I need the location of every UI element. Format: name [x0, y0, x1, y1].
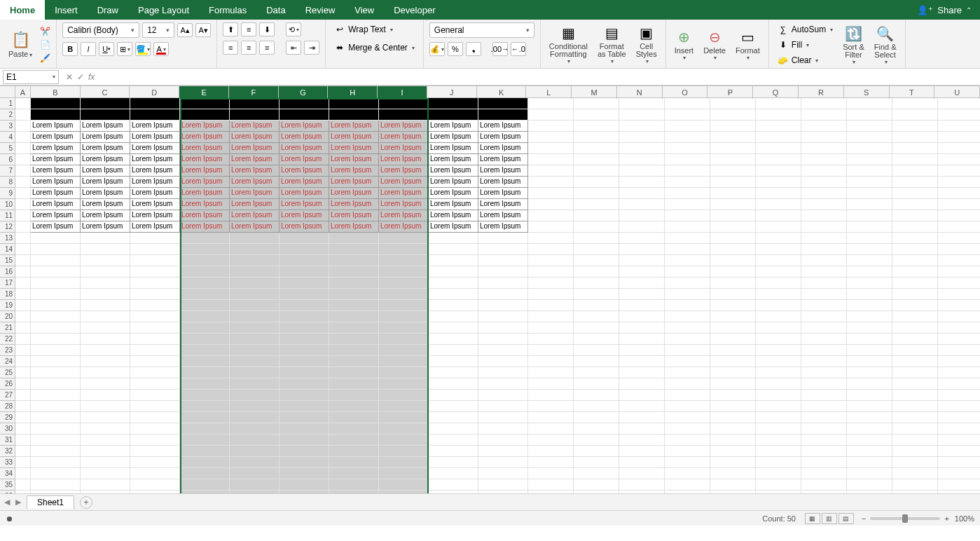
cell-S2[interactable]	[847, 109, 892, 121]
cell-A31[interactable]	[15, 434, 31, 446]
cell-F32[interactable]	[230, 446, 279, 457]
cell-G7[interactable]: Lorem Ipsum	[279, 165, 329, 177]
cell-M5[interactable]	[574, 143, 619, 154]
cell-E11[interactable]: Lorem Ipsum	[180, 210, 230, 221]
font-name-combo[interactable]: Calibri (Body)▾	[62, 22, 139, 38]
cell-L15[interactable]	[528, 255, 574, 266]
cell-I30[interactable]	[379, 423, 429, 434]
cell-D29[interactable]	[130, 412, 180, 423]
cell-J3[interactable]: Lorem Ipsum	[429, 121, 478, 132]
cell-P33[interactable]	[710, 457, 756, 468]
cell-R36[interactable]	[801, 491, 847, 493]
cell-P22[interactable]	[710, 334, 756, 345]
cell-R14[interactable]	[801, 244, 847, 255]
cell-E13[interactable]	[180, 233, 230, 244]
cell-O30[interactable]	[665, 423, 710, 434]
cell-U10[interactable]	[938, 199, 980, 210]
cell-S1[interactable]	[847, 98, 892, 109]
find-select-button[interactable]: 🔍Find & Select	[871, 24, 899, 67]
cell-Q35[interactable]	[756, 479, 801, 491]
cell-D12[interactable]: Lorem Ipsum	[130, 221, 180, 233]
cell-C5[interactable]: Lorem Ipsum	[81, 143, 130, 154]
cell-F19[interactable]	[230, 300, 279, 311]
cell-O21[interactable]	[665, 322, 710, 334]
cell-L34[interactable]	[528, 468, 574, 479]
cell-N15[interactable]	[619, 255, 665, 266]
view-page-layout-button[interactable]: ▥	[822, 513, 837, 524]
col-header-A[interactable]: A	[15, 86, 31, 99]
align-middle-button[interactable]: ≡	[241, 22, 256, 36]
cell-N36[interactable]	[619, 491, 665, 493]
cell-F13[interactable]	[230, 233, 279, 244]
cell-A27[interactable]	[15, 390, 31, 401]
cell-I10[interactable]: Lorem Ipsum	[379, 199, 429, 210]
cell-D1[interactable]	[130, 98, 180, 109]
cell-B25[interactable]	[31, 367, 81, 378]
tab-data[interactable]: Data	[256, 0, 295, 20]
cell-O28[interactable]	[665, 401, 710, 412]
cell-D20[interactable]	[130, 311, 180, 322]
cell-C20[interactable]	[81, 311, 130, 322]
cell-E10[interactable]: Lorem Ipsum	[180, 199, 230, 210]
cell-S32[interactable]	[847, 446, 892, 457]
cell-O5[interactable]	[665, 143, 710, 154]
cell-T29[interactable]	[892, 412, 938, 423]
cell-R7[interactable]	[801, 165, 847, 177]
cell-G14[interactable]	[279, 244, 329, 255]
cell-D19[interactable]	[130, 300, 180, 311]
cell-U21[interactable]	[938, 322, 980, 334]
cell-R19[interactable]	[801, 300, 847, 311]
cell-L22[interactable]	[528, 334, 574, 345]
align-top-button[interactable]: ⬆	[223, 22, 238, 36]
cell-O19[interactable]	[665, 300, 710, 311]
col-header-N[interactable]: N	[617, 86, 663, 99]
cell-S27[interactable]	[847, 390, 892, 401]
cell-D5[interactable]: Lorem Ipsum	[130, 143, 180, 154]
cell-D35[interactable]	[130, 479, 180, 491]
cell-H7[interactable]: Lorem Ipsum	[329, 165, 379, 177]
col-header-K[interactable]: K	[477, 86, 527, 99]
cell-U26[interactable]	[938, 378, 980, 390]
cell-I22[interactable]	[379, 334, 429, 345]
cell-O31[interactable]	[665, 434, 710, 446]
cell-E24[interactable]	[180, 356, 230, 367]
cell-L12[interactable]	[528, 221, 574, 233]
cell-R16[interactable]	[801, 266, 847, 278]
cell-F9[interactable]: Lorem Ipsum	[230, 188, 279, 199]
cell-J14[interactable]	[429, 244, 478, 255]
row-header-29[interactable]: 29	[0, 412, 15, 423]
cell-H19[interactable]	[329, 300, 379, 311]
cell-U12[interactable]	[938, 221, 980, 233]
cell-I21[interactable]	[379, 322, 429, 334]
cell-I6[interactable]: Lorem Ipsum	[379, 154, 429, 165]
cell-G5[interactable]: Lorem Ipsum	[279, 143, 329, 154]
cell-T20[interactable]	[892, 311, 938, 322]
cell-H27[interactable]	[329, 390, 379, 401]
row-header-30[interactable]: 30	[0, 423, 15, 434]
cell-E5[interactable]: Lorem Ipsum	[180, 143, 230, 154]
autosum-button[interactable]: ∑AutoSum	[775, 22, 836, 36]
row-header-10[interactable]: 10	[0, 199, 15, 210]
cell-E9[interactable]: Lorem Ipsum	[180, 188, 230, 199]
cell-F15[interactable]	[230, 255, 279, 266]
cell-G15[interactable]	[279, 255, 329, 266]
cell-B31[interactable]	[31, 434, 81, 446]
cell-T4[interactable]	[892, 132, 938, 143]
cell-B12[interactable]: Lorem Ipsum	[31, 221, 81, 233]
cell-A12[interactable]	[15, 221, 31, 233]
cell-C12[interactable]: Lorem Ipsum	[81, 221, 130, 233]
cell-P25[interactable]	[710, 367, 756, 378]
cell-F5[interactable]: Lorem Ipsum	[230, 143, 279, 154]
cell-T8[interactable]	[892, 177, 938, 188]
cell-C34[interactable]	[81, 468, 130, 479]
cell-P27[interactable]	[710, 390, 756, 401]
font-color-button[interactable]: A	[153, 42, 169, 56]
cell-U16[interactable]	[938, 266, 980, 278]
italic-button[interactable]: I	[81, 42, 96, 56]
cell-H9[interactable]: Lorem Ipsum	[329, 188, 379, 199]
row-header-32[interactable]: 32	[0, 446, 15, 457]
border-button[interactable]: ⊞	[117, 42, 132, 56]
cell-M36[interactable]	[574, 491, 619, 493]
cell-D4[interactable]: Lorem Ipsum	[130, 132, 180, 143]
cell-R25[interactable]	[801, 367, 847, 378]
